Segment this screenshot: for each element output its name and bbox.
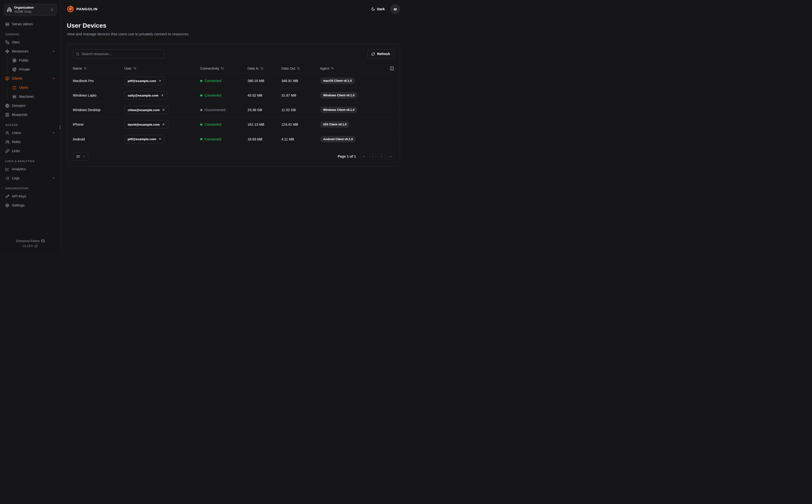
key-icon (5, 194, 9, 198)
status-label: Connected (205, 93, 221, 97)
monitor-up-icon (5, 77, 9, 81)
table-row: Windows Desktop chloe@example.com Discon… (73, 103, 394, 117)
clients-subtree: Users Machines (7, 83, 57, 101)
device-name: iPhone (73, 123, 124, 126)
page-head: User Devices View and manage devices tha… (67, 22, 400, 36)
refresh-label: Refresh (377, 52, 390, 56)
sidebar-item-sites[interactable]: Sites (4, 38, 57, 47)
user-icon (5, 131, 9, 135)
sidebar-item-blueprints[interactable]: Blueprints (4, 110, 57, 119)
line-chart-icon (5, 167, 9, 171)
chevron-down-icon (52, 131, 55, 134)
chevron-right-icon (380, 155, 383, 158)
arrow-up-right-icon (161, 94, 164, 97)
app-root: Organization ACME Corp. Server Admin GEN… (0, 0, 406, 252)
topbar-right: Dark M (371, 4, 400, 14)
sidebar-item-label: Domains (12, 104, 26, 108)
brand[interactable]: PANGOLIN (67, 5, 98, 13)
waypoints-icon (5, 49, 9, 53)
avatar-initial: M (394, 7, 397, 11)
sort-icon[interactable] (221, 67, 224, 70)
status-dot-icon (200, 109, 202, 111)
sort-icon[interactable] (297, 67, 300, 70)
user-email: jeff@example.com (128, 137, 156, 141)
sidebar-item-client-users[interactable]: Users (11, 83, 57, 92)
theme-toggle-button[interactable]: Dark (371, 7, 385, 11)
user-link-button[interactable]: jeff@example.com (124, 77, 165, 85)
refresh-icon (371, 52, 375, 56)
sort-icon[interactable] (84, 67, 87, 70)
sidebar-item-links[interactable]: Links (4, 146, 57, 155)
sort-icon[interactable] (261, 67, 264, 70)
chevron-up-icon (52, 50, 55, 53)
theme-label: Dark (377, 7, 385, 11)
user-link-button[interactable]: jeff@example.com (124, 135, 165, 144)
agent-badge: Android Client v0.1.0 (320, 136, 356, 143)
refresh-button[interactable]: Refresh (367, 49, 394, 58)
org-switcher-value: ACME Corp. (14, 10, 34, 14)
version-row: v1.13.0 (23, 244, 38, 248)
prev-page-button[interactable] (369, 153, 376, 160)
columns-toggle-icon[interactable] (390, 66, 394, 71)
search-input[interactable] (82, 52, 161, 56)
data-in-value: 43.52 MB (248, 93, 282, 97)
sidebar-item-label: Private (19, 67, 30, 71)
section-label-access: ACCESS (5, 123, 55, 126)
arrow-up-right-icon (158, 79, 161, 82)
sidebar-item-users[interactable]: Users (4, 128, 57, 137)
page-size-value: 20 (76, 154, 80, 158)
org-switcher[interactable]: Organization ACME Corp. (4, 4, 57, 16)
sidebar-item-server-admin[interactable]: Server Admin (4, 20, 57, 29)
org-text: Organization ACME Corp. (14, 6, 34, 14)
pangolin-logo-icon (67, 5, 74, 13)
sidebar-item-clients[interactable]: Clients (4, 74, 57, 83)
arrow-up-right-icon (162, 123, 165, 126)
sidebar-item-roles[interactable]: Roles (4, 137, 57, 146)
building-icon (7, 7, 12, 12)
github-icon[interactable] (41, 239, 45, 243)
sidebar-item-private[interactable]: Private (11, 65, 57, 74)
first-page-button[interactable] (360, 153, 367, 160)
sidebar-item-domains[interactable]: Domains (4, 101, 57, 110)
column-label: Agent (320, 67, 329, 70)
user-link-button[interactable]: chloe@example.com (124, 106, 168, 114)
column-label: Data Out (282, 67, 295, 70)
section-label-logs-analytics: LOGS & ANALYTICS (5, 160, 55, 163)
sidebar-item-logs[interactable]: Logs (4, 174, 57, 183)
sidebar-item-machines[interactable]: Machines (11, 92, 57, 101)
card-toolbar: Refresh (73, 49, 394, 58)
user-link-button[interactable]: david@example.com (124, 120, 168, 129)
agent-badge: Windows Client v0.1.0 (320, 107, 358, 113)
page-size-select[interactable]: 20 (73, 152, 89, 161)
sidebar-item-label: Logs (12, 176, 19, 180)
globe-icon (12, 58, 16, 62)
sidebar: Organization ACME Corp. Server Admin GEN… (0, 0, 61, 252)
sidebar-item-public[interactable]: Public (11, 56, 57, 65)
connectivity-status: Connected (200, 123, 248, 126)
org-switcher-label: Organization (14, 6, 34, 10)
sidebar-item-resources[interactable]: Resources (4, 47, 57, 56)
sidebar-item-label: Users (19, 86, 28, 89)
sidebar-item-label: Roles (12, 140, 21, 144)
devices-card: Refresh Name User Connectivity (67, 43, 400, 167)
sidebar-scrollbar-thumb[interactable] (60, 125, 60, 129)
connectivity-status: Connected (200, 79, 248, 83)
data-in-value: 23.36 GB (248, 108, 282, 112)
avatar[interactable]: M (390, 4, 400, 14)
sidebar-item-label: Sites (12, 40, 20, 44)
sidebar-item-label: Links (12, 149, 20, 153)
sidebar-item-settings[interactable]: Settings (4, 201, 57, 210)
sidebar-item-api-keys[interactable]: API Keys (4, 192, 57, 201)
sidebar-item-analytics[interactable]: Analytics (4, 165, 57, 174)
device-name: Windows Lapto (73, 93, 124, 97)
last-page-button[interactable] (387, 153, 394, 160)
table-row: iPhone david@example.com Connected 181.1… (73, 117, 394, 132)
user-email: david@example.com (128, 123, 160, 126)
sort-icon[interactable] (133, 67, 136, 70)
sort-icon[interactable] (331, 67, 334, 70)
chevron-down-icon (52, 176, 55, 180)
device-name: Windows Desktop (73, 108, 124, 112)
next-page-button[interactable] (378, 153, 385, 160)
external-link-icon[interactable] (34, 244, 38, 248)
user-link-button[interactable]: sally@example.com (124, 91, 167, 100)
